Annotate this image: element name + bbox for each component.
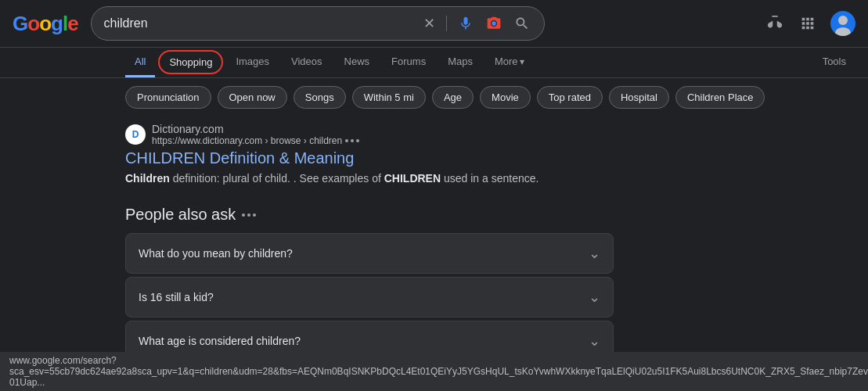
logo-o2: o (39, 12, 51, 35)
clear-button[interactable]: ✕ (422, 13, 437, 34)
microphone-icon (458, 16, 474, 31)
paa-question-1-text: What do you mean by children? (139, 247, 293, 260)
logo-g2: g (51, 12, 63, 35)
source-info: Dictionary.com https://www.dictionary.co… (152, 123, 359, 146)
svg-point-0 (492, 21, 495, 25)
apps-button[interactable] (798, 13, 818, 34)
lens-button[interactable] (484, 14, 503, 33)
labs-icon (766, 15, 783, 32)
search-icons: ✕ (422, 13, 531, 34)
result-description: Children definition: plural of child. . … (125, 170, 614, 187)
logo-o1: o (27, 12, 39, 35)
chip-pronunciation[interactable]: Pronunciation (125, 86, 211, 109)
result-text-2: used in a sentence. (444, 172, 538, 185)
tab-news[interactable]: News (335, 48, 380, 77)
search-bar: ✕ (91, 6, 545, 41)
tab-tools[interactable]: Tools (813, 48, 855, 77)
chip-hospital[interactable]: Hospital (609, 86, 669, 109)
tab-maps[interactable]: Maps (438, 48, 482, 77)
search-button[interactable] (513, 14, 531, 33)
paa-item-2: Is 16 still a kid? ⌄ (125, 277, 614, 317)
paa-chevron-3-icon: ⌄ (589, 332, 600, 350)
source-row: D Dictionary.com https://www.dictionary.… (125, 123, 614, 146)
tab-shopping[interactable]: Shopping (158, 50, 223, 74)
google-logo[interactable]: Google (13, 12, 78, 36)
result-options-icon[interactable] (345, 139, 359, 142)
chip-songs[interactable]: Songs (294, 86, 346, 109)
chips-row: Pronunciation Open now Songs Within 5 mi… (0, 78, 868, 117)
tab-videos[interactable]: Videos (282, 48, 332, 77)
nav-tabs: All Shopping Images Videos News Forums M… (0, 48, 868, 78)
result-title[interactable]: CHILDREN Definition & Meaning (125, 149, 614, 167)
main-content: D Dictionary.com https://www.dictionary.… (0, 117, 626, 391)
chip-top-rated[interactable]: Top rated (537, 86, 603, 109)
result-url: https://www.dictionary.com › browse › ch… (152, 135, 359, 146)
paa-chevron-2-icon: ⌄ (589, 289, 600, 306)
svg-point-1 (838, 16, 848, 25)
bottom-url-bar: www.google.com/search?sca_esv=55cb79dc62… (0, 352, 868, 391)
paa-options-icon[interactable] (242, 213, 256, 217)
paa-heading-text: People also ask (125, 206, 236, 224)
divider (446, 16, 447, 31)
paa-question-3-text: What age is considered children? (139, 335, 301, 347)
avatar[interactable] (830, 11, 855, 36)
result-domain: Dictionary.com (152, 123, 359, 135)
header-right (765, 11, 855, 36)
people-also-ask-header: People also ask (125, 206, 614, 224)
result-bold-CHILDREN: CHILDREN (384, 172, 441, 185)
account-icon (830, 11, 855, 36)
logo-e: e (67, 12, 77, 35)
paa-item-1: What do you mean by children? ⌄ (125, 233, 614, 274)
svg-point-2 (835, 27, 851, 36)
camera-icon (486, 16, 502, 31)
tab-all[interactable]: All (125, 48, 155, 77)
chip-children-place[interactable]: Children Place (675, 86, 765, 109)
result-text-1: definition: plural of child. . See examp… (173, 172, 384, 185)
paa-question-1[interactable]: What do you mean by children? ⌄ (126, 234, 613, 273)
favicon-letter: D (132, 129, 139, 140)
tab-more[interactable]: More ▾ (485, 48, 534, 77)
paa-question-2[interactable]: Is 16 still a kid? ⌄ (126, 278, 613, 317)
labs-button[interactable] (765, 13, 785, 34)
tab-images[interactable]: Images (226, 48, 279, 77)
tab-forums[interactable]: Forums (382, 48, 435, 77)
logo-g: G (13, 12, 27, 35)
chip-within-5-mi[interactable]: Within 5 mi (352, 86, 426, 109)
result-favicon: D (125, 124, 146, 145)
search-input[interactable] (104, 16, 416, 30)
voice-search-button[interactable] (456, 14, 475, 33)
more-chevron-icon: ▾ (520, 56, 524, 67)
search-icon (514, 16, 530, 31)
result-bold-children: Children (125, 172, 170, 185)
apps-icon (799, 15, 816, 32)
chip-age[interactable]: Age (432, 86, 474, 109)
header: Google ✕ (0, 0, 868, 48)
bottom-url-text: www.google.com/search?sca_esv=55cb79dc62… (9, 355, 868, 388)
paa-question-2-text: Is 16 still a kid? (139, 291, 214, 303)
chip-open-now[interactable]: Open now (218, 86, 287, 109)
search-result: D Dictionary.com https://www.dictionary.… (125, 123, 614, 187)
chip-movie[interactable]: Movie (480, 86, 531, 109)
paa-chevron-1-icon: ⌄ (589, 245, 600, 262)
